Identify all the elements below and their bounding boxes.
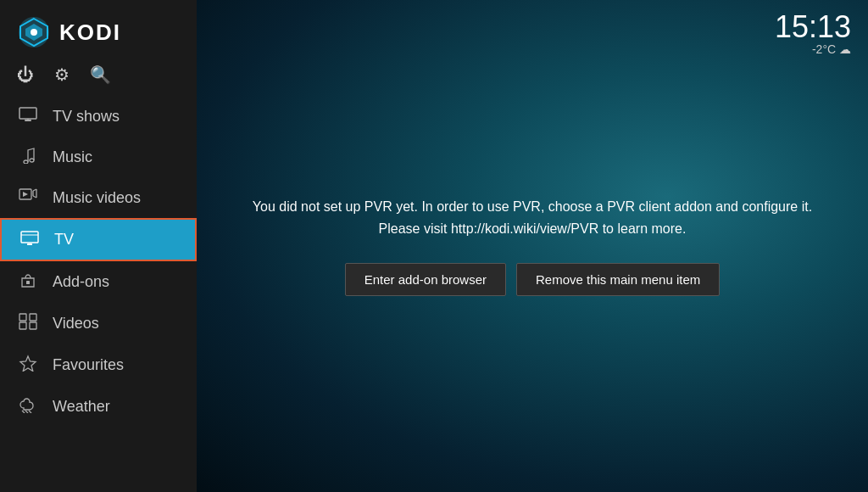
svg-rect-18	[30, 314, 36, 321]
sidebar-item-music-videos[interactable]: Music videos	[0, 178, 197, 218]
sidebar: KODI ⏻ ⚙ 🔍 TV shows	[0, 0, 197, 492]
weather-icon	[17, 396, 39, 417]
svg-rect-5	[25, 120, 31, 121]
sidebar-item-label: Favourites	[53, 356, 124, 374]
svg-marker-8	[23, 192, 28, 197]
svg-point-3	[31, 29, 37, 36]
svg-rect-17	[19, 314, 26, 321]
svg-rect-20	[30, 322, 36, 329]
search-icon[interactable]: 🔍	[90, 64, 111, 85]
sidebar-item-label: TV	[54, 231, 74, 249]
remove-menu-item-button[interactable]: Remove this main menu item	[516, 263, 720, 296]
svg-rect-16	[26, 281, 30, 284]
tv-shows-icon	[17, 107, 39, 126]
svg-rect-4	[19, 108, 36, 119]
svg-rect-15	[27, 243, 32, 245]
svg-rect-13	[21, 232, 38, 243]
svg-marker-21	[20, 356, 36, 372]
sidebar-item-weather[interactable]: Weather	[0, 386, 197, 428]
favourites-icon	[17, 355, 39, 376]
addons-icon	[17, 271, 39, 293]
sidebar-item-addons[interactable]: Add-ons	[0, 261, 197, 303]
sidebar-item-favourites[interactable]: Favourites	[0, 344, 197, 386]
app-title: KODI	[59, 20, 121, 46]
main-content: 15:13 -2°C ☁ You did not set up PVR yet.…	[197, 0, 868, 492]
nav-menu: TV shows Music	[0, 97, 197, 492]
videos-icon	[17, 313, 39, 334]
toolbar: ⏻ ⚙ 🔍	[0, 58, 197, 97]
sidebar-item-label: Music	[53, 148, 92, 166]
sidebar-item-label: Weather	[53, 398, 110, 416]
sidebar-item-tv-shows[interactable]: TV shows	[0, 97, 197, 137]
sidebar-item-label: TV shows	[53, 108, 120, 126]
clock-time: 15:13	[775, 12, 851, 42]
pvr-content: You did not set up PVR yet. In order to …	[197, 0, 868, 492]
enter-addon-browser-button[interactable]: Enter add-on browser	[345, 263, 506, 296]
power-icon[interactable]: ⏻	[17, 65, 34, 85]
sidebar-item-label: Music videos	[53, 189, 141, 207]
sidebar-item-videos[interactable]: Videos	[0, 303, 197, 344]
clock-weather: -2°C ☁	[775, 42, 851, 56]
kodi-logo-icon	[17, 15, 51, 49]
pvr-message: You did not set up PVR yet. In order to …	[253, 196, 812, 239]
sidebar-item-music[interactable]: Music	[0, 137, 197, 178]
pvr-buttons: Enter add-on browser Remove this main me…	[345, 263, 721, 296]
settings-icon[interactable]: ⚙	[54, 64, 70, 85]
music-videos-icon	[17, 188, 39, 208]
logo-area: KODI	[0, 0, 197, 58]
sidebar-item-label: Videos	[53, 315, 99, 333]
svg-rect-19	[19, 322, 26, 329]
music-icon	[17, 147, 39, 168]
tv-icon	[19, 230, 41, 249]
sidebar-item-label: Add-ons	[53, 273, 109, 291]
sidebar-item-tv[interactable]: TV	[0, 218, 197, 261]
clock-area: 15:13 -2°C ☁	[775, 12, 851, 56]
